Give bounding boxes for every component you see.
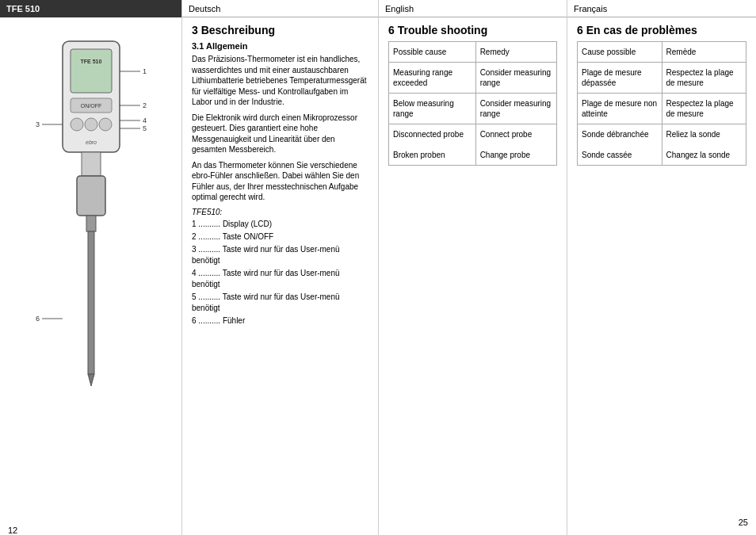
remedy-1: Consider measuring range: [475, 63, 556, 94]
francais-section-title: 6 En cas de problèmes: [577, 24, 746, 36]
svg-text:5: 5: [143, 124, 147, 132]
device-image-area: TFE 510 ON/OFF ebro: [0, 17, 181, 511]
table-row: Measuring range exceeded Consider measur…: [389, 63, 557, 94]
col-francais: Français 6 En cas de problèmes Cause pos…: [567, 0, 756, 535]
table-row: Sonde débranchée Sonde cassée Reliez la …: [578, 124, 746, 166]
page-num-right: 25: [739, 518, 748, 527]
table-row: Disconnected probe Broken proben Connect…: [389, 124, 557, 166]
remedy-2: Consider measuring range: [475, 94, 556, 124]
deutsch-content: 3 Beschreibung 3.1 Allgemein Das Präzisi…: [182, 17, 378, 535]
col-cause-possible: Cause possible: [578, 42, 662, 63]
list-item: 3 .......... Taste wird nur für das User…: [192, 244, 368, 266]
deutsch-section-title: 3 Beschreibung: [192, 24, 368, 36]
francais-header: Français: [567, 0, 756, 17]
cause-fr-3: Sonde débranchée Sonde cassée: [578, 124, 662, 166]
cause-2: Below measuring range: [389, 94, 476, 124]
cause-3: Disconnected probe Broken proben: [389, 124, 476, 166]
deutsch-italic-title: TFE510:: [192, 208, 368, 216]
english-section-title: 6 Trouble shooting: [388, 24, 557, 36]
deutsch-para1: Das Präzisions-Thermometer ist ein handl…: [192, 54, 368, 108]
deutsch-para3: An das Thermometer können Sie verschiede…: [192, 160, 368, 203]
svg-point-5: [71, 118, 83, 131]
col-remede: Remède: [662, 42, 746, 63]
svg-text:3: 3: [36, 120, 40, 128]
svg-rect-11: [86, 216, 96, 231]
francais-content: 6 En cas de problèmes Cause possible Rem…: [567, 17, 756, 518]
francais-title: Français: [574, 4, 607, 13]
francais-trouble-table: Cause possible Remède Plage de mesure dé…: [577, 41, 746, 166]
svg-point-7: [99, 118, 112, 131]
col-remedy: Remedy: [475, 42, 556, 63]
remedy-fr-3: Reliez la sonde Changez la sonde: [662, 124, 746, 166]
deutsch-list: 1 .......... Display (LCD) 2 .......... …: [192, 219, 368, 327]
svg-point-6: [85, 118, 97, 131]
svg-text:1: 1: [143, 67, 147, 75]
deutsch-title: Deutsch: [189, 4, 220, 13]
deutsch-subsection: 3.1 Allgemein: [192, 41, 368, 51]
col-english: English 6 Trouble shooting Possible caus…: [379, 0, 567, 535]
table-row: Plage de mesure non atteinte Respectez l…: [578, 94, 746, 124]
list-item: 6 .......... Fühler: [192, 315, 368, 327]
svg-text:6: 6: [36, 315, 40, 323]
svg-text:4: 4: [143, 117, 147, 124]
svg-rect-12: [88, 231, 94, 374]
device-illustration: TFE 510 ON/OFF ebro: [29, 33, 152, 414]
page-num-left: 12: [8, 525, 17, 535]
remedy-fr-1: Respectez la plage de mesure: [662, 63, 746, 94]
deutsch-para2: Die Elektronik wird durch einen Mikropro…: [192, 113, 368, 155]
svg-text:ebro: ebro: [86, 139, 97, 145]
svg-text:TFE 510: TFE 510: [81, 59, 102, 64]
tfe510-header: TFE 510: [0, 0, 181, 17]
cause-fr-1: Plage de mesure dépassée: [578, 63, 662, 94]
col-possible-cause: Possible cause: [389, 42, 476, 63]
svg-text:ON/OFF: ON/OFF: [81, 103, 101, 109]
list-item: 4 .......... Taste wird nur für das User…: [192, 268, 368, 290]
remedy-3: Connect probe Change probe: [475, 124, 556, 166]
remedy-fr-2: Respectez la plage de mesure: [662, 94, 746, 124]
col1-bottom: 12: [0, 511, 181, 535]
table-row: Plage de mesure dépassée Respectez la pl…: [578, 63, 746, 94]
table-header-row: Possible cause Remedy: [389, 42, 557, 63]
svg-rect-10: [77, 176, 105, 216]
svg-rect-9: [82, 152, 101, 176]
col-deutsch: Deutsch 3 Beschreibung 3.1 Allgemein Das…: [182, 0, 379, 535]
deutsch-header: Deutsch: [182, 0, 378, 17]
svg-marker-13: [88, 374, 94, 386]
table-row: Below measuring range Consider measuring…: [389, 94, 557, 124]
cause-fr-2: Plage de mesure non atteinte: [578, 94, 662, 124]
english-content: 6 Trouble shooting Possible cause Remedy…: [379, 17, 567, 535]
english-header: English: [379, 0, 567, 17]
svg-text:2: 2: [143, 101, 147, 109]
english-trouble-table: Possible cause Remedy Measuring range ex…: [388, 41, 557, 166]
table-header-row: Cause possible Remède: [578, 42, 746, 63]
col-tfe510: TFE 510 TFE 510 ON/OFF ebro: [0, 0, 182, 535]
english-title: English: [385, 4, 414, 13]
svg-rect-1: [71, 49, 112, 93]
cause-1: Measuring range exceeded: [389, 63, 476, 94]
list-item: 2 .......... Taste ON/OFF: [192, 231, 368, 243]
list-item: 1 .......... Display (LCD): [192, 219, 368, 230]
list-item: 5 .......... Taste wird nur für das User…: [192, 292, 368, 314]
tfe510-title: TFE 510: [6, 4, 40, 13]
